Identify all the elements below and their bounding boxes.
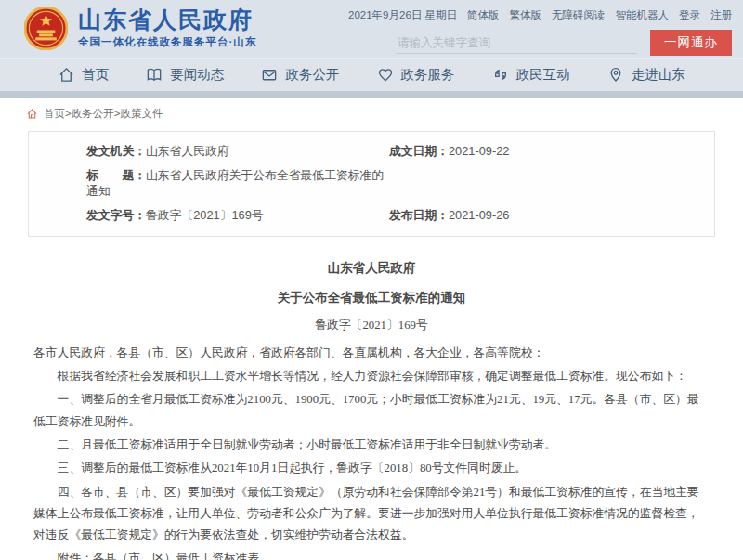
doc-paragraph: 一、调整后的全省月最低工资标准为2100元、1900元、1700元；小时最低工资… [33, 389, 710, 433]
nav-label: 要闻动态 [170, 66, 224, 84]
doc-salutation: 各市人民政府，各县（市、区）人民政府，省政府各部门、各直属机构，各大企业，各高等… [33, 343, 710, 364]
national-emblem-icon [24, 7, 68, 50]
nav-item-gov-service[interactable]: 政务服务 [376, 66, 455, 84]
location-icon [606, 66, 625, 84]
current-date: 2021年9月26日 星期日 [348, 8, 457, 22]
link-simplified[interactable]: 简体版 [467, 8, 500, 22]
meta-publish-date: 发布日期：2021-09-26 [389, 208, 696, 224]
meta-publish-date-label: 发布日期： [389, 208, 449, 222]
meta-title-label: 标 题： [86, 168, 146, 182]
site-title: 山东省人民政府 [78, 7, 256, 33]
meta-issuer: 发文机关：山东省人民政府 [86, 144, 389, 160]
meta-written-date: 成文日期：2021-09-22 [389, 144, 696, 160]
meta-issuer-value: 山东省人民政府 [146, 144, 229, 158]
home-icon [58, 66, 75, 84]
document-body: 山东省人民政府 关于公布全省最低工资标准的通知 鲁政字〔2021〕169号 各市… [0, 246, 743, 560]
site-header: 山东省人民政府 全国一体化在线政务服务平台·山东 2021年9月26日 星期日 … [0, 0, 743, 58]
meta-doc-no-label: 发文字号： [86, 208, 146, 222]
meta-doc-no: 发文字号：鲁政字〔2021〕169号 [86, 208, 389, 224]
site-logo[interactable]: 山东省人民政府 全国一体化在线政务服务平台·山东 [24, 7, 256, 50]
meta-empty-cell [389, 168, 696, 200]
meta-doc-no-value: 鲁政字〔2021〕169号 [146, 208, 264, 222]
nav-item-about-shandong[interactable]: 走进山东 [606, 66, 685, 84]
heart-icon [376, 66, 395, 84]
doc-paragraph: 四、各市、县（市、区）要加强对《最低工资规定》（原劳动和社会保障部令第21号）和… [33, 482, 710, 547]
top-utility-bar: 2021年9月26日 星期日 简体版 繁体版 无障碍阅读 智能机器人 登录 注册 [348, 8, 732, 22]
nav-label: 政务公开 [285, 66, 339, 84]
meta-publish-date-value: 2021-09-26 [449, 208, 509, 222]
doc-paragraph: 根据我省经济社会发展和职工工资水平增长等情况，经人力资源社会保障部审核，确定调整… [33, 366, 710, 387]
nav-item-news[interactable]: 要闻动态 [145, 66, 224, 84]
meta-written-date-value: 2021-09-22 [449, 144, 509, 158]
mail-icon [260, 66, 279, 84]
nav-item-interaction[interactable]: 政民互动 [491, 66, 570, 84]
chat-icon [491, 66, 510, 84]
link-accessibility[interactable]: 无障碍阅读 [552, 8, 606, 22]
news-icon [145, 66, 163, 84]
meta-written-date-label: 成文日期： [389, 144, 449, 158]
search-input[interactable] [396, 33, 637, 54]
nav-item-gov-info[interactable]: 政务公开 [260, 66, 339, 84]
divider-strip [0, 91, 743, 98]
nav-item-home[interactable]: 首页 [58, 66, 109, 84]
doc-title-line1: 山东省人民政府 [33, 258, 710, 280]
doc-paragraph: 二、月最低工资标准适用于全日制就业劳动者；小时最低工资标准适用于非全日制就业劳动… [33, 435, 710, 456]
doc-attachment-line: 附件：各县（市、区）最低工资标准表 [33, 548, 710, 560]
nav-label: 政民互动 [516, 66, 570, 84]
link-register[interactable]: 注册 [710, 8, 732, 22]
nav-label: 政务服务 [401, 66, 455, 84]
doc-title-line2: 关于公布全省最低工资标准的通知 [33, 288, 710, 309]
portal-button[interactable]: 一网通办 [650, 30, 732, 56]
main-nav: 首页 要闻动态 政务公开 政务服务 政民互动 走进山东 [0, 58, 743, 91]
meta-title: 标 题：山东省人民政府关于公布全省最低工资标准的通知 [86, 168, 389, 200]
meta-issuer-label: 发文机关： [86, 144, 146, 158]
breadcrumb-home-icon [26, 108, 38, 120]
doc-number: 鲁政字〔2021〕169号 [33, 318, 710, 333]
doc-paragraph: 三、调整后的最低工资标准从2021年10月1日起执行，鲁政字〔2018〕80号文… [33, 458, 710, 479]
site-subtitle: 全国一体化在线政务服务平台·山东 [78, 35, 256, 49]
document-meta-box: 发文机关：山东省人民政府 成文日期：2021-09-22 标 题：山东省人民政府… [28, 131, 715, 237]
breadcrumb[interactable]: 首页>政务公开>政策文件 [0, 98, 743, 125]
breadcrumb-path: 首页>政务公开>政策文件 [44, 107, 163, 121]
link-traditional[interactable]: 繁体版 [510, 8, 542, 22]
link-smart-robot[interactable]: 智能机器人 [616, 8, 670, 22]
link-login[interactable]: 登录 [679, 8, 700, 22]
nav-label: 首页 [82, 66, 109, 84]
nav-label: 走进山东 [632, 66, 685, 84]
